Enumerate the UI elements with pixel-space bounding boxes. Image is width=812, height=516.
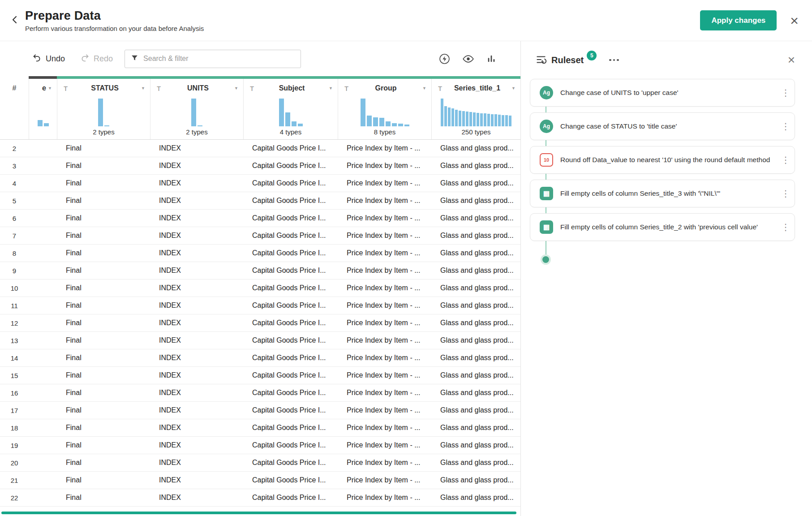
table-cell[interactable]: Glass and glass prod... (431, 371, 520, 379)
column-header-e[interactable]: e▼ (29, 79, 57, 98)
chevron-down-icon[interactable]: ▼ (141, 86, 145, 90)
rule-menu-icon[interactable]: ⋮ (781, 222, 788, 232)
undo-button[interactable]: Undo (32, 53, 65, 64)
table-cell[interactable]: Glass and glass prod... (431, 459, 520, 467)
table-cell[interactable]: INDEX (150, 354, 243, 362)
table-cell[interactable]: INDEX (150, 214, 243, 222)
table-cell[interactable]: Price Index by Item - ... (338, 424, 431, 432)
table-cell[interactable]: Price Index by Item - ... (338, 249, 431, 257)
table-cell[interactable]: Final (57, 371, 150, 379)
table-cell[interactable]: Capital Goods Price I... (243, 441, 338, 449)
table-cell[interactable]: INDEX (150, 162, 243, 170)
table-cell[interactable]: Final (57, 301, 150, 310)
table-cell[interactable]: Final (57, 214, 150, 222)
rule-card[interactable]: ▦Fill empty cells of column Series_title… (530, 213, 795, 241)
table-cell[interactable]: Price Index by Item - ... (338, 267, 431, 275)
table-cell[interactable]: Glass and glass prod... (431, 179, 520, 187)
table-cell[interactable]: Final (57, 336, 150, 344)
table-cell[interactable]: Capital Goods Price I... (243, 197, 338, 205)
table-cell[interactable]: INDEX (150, 406, 243, 414)
table-cell[interactable]: Final (57, 389, 150, 397)
table-cell[interactable]: Price Index by Item - ... (338, 179, 431, 187)
table-cell[interactable]: Capital Goods Price I... (243, 162, 338, 170)
preview-eye-icon[interactable] (462, 53, 474, 65)
table-cell[interactable]: Price Index by Item - ... (338, 144, 431, 152)
chevron-down-icon[interactable]: ▼ (422, 86, 426, 90)
rule-card[interactable]: AgChange case of UNITS to 'upper case'⋮ (530, 79, 795, 107)
table-cell[interactable]: Capital Goods Price I... (243, 476, 338, 484)
table-cell[interactable]: INDEX (150, 319, 243, 327)
table-cell[interactable]: INDEX (150, 459, 243, 467)
table-cell[interactable]: INDEX (150, 284, 243, 292)
table-cell[interactable]: Glass and glass prod... (431, 301, 520, 310)
table-cell[interactable]: Glass and glass prod... (431, 144, 520, 152)
table-cell[interactable]: Capital Goods Price I... (243, 336, 338, 344)
table-cell[interactable]: Capital Goods Price I... (243, 214, 338, 222)
table-cell[interactable]: INDEX (150, 441, 243, 449)
table-cell[interactable]: Glass and glass prod... (431, 354, 520, 362)
table-cell[interactable]: Price Index by Item - ... (338, 459, 431, 467)
table-cell[interactable]: Final (57, 494, 150, 502)
column-header-STATUS[interactable]: TSTATUS▼ (57, 79, 150, 98)
chevron-down-icon[interactable]: ▼ (48, 86, 52, 90)
table-cell[interactable]: Final (57, 249, 150, 257)
table-cell[interactable]: Final (57, 284, 150, 292)
rule-menu-icon[interactable]: ⋮ (781, 188, 788, 199)
table-cell[interactable]: INDEX (150, 197, 243, 205)
table-cell[interactable]: INDEX (150, 232, 243, 240)
table-cell[interactable]: Glass and glass prod... (431, 249, 520, 257)
horizontal-scrollbar[interactable] (1, 512, 516, 514)
table-cell[interactable]: Final (57, 267, 150, 275)
table-cell[interactable]: Capital Goods Price I... (243, 144, 338, 152)
table-cell[interactable]: Capital Goods Price I... (243, 371, 338, 379)
table-cell[interactable]: Capital Goods Price I... (243, 494, 338, 502)
table-cell[interactable]: Price Index by Item - ... (338, 214, 431, 222)
rule-menu-icon[interactable]: ⋮ (781, 155, 788, 165)
table-cell[interactable]: Glass and glass prod... (431, 267, 520, 275)
table-cell[interactable]: Final (57, 459, 150, 467)
table-cell[interactable]: INDEX (150, 301, 243, 310)
table-cell[interactable]: Price Index by Item - ... (338, 197, 431, 205)
table-cell[interactable]: Glass and glass prod... (431, 319, 520, 327)
table-cell[interactable]: INDEX (150, 249, 243, 257)
table-cell[interactable]: Price Index by Item - ... (338, 476, 431, 484)
table-cell[interactable]: Glass and glass prod... (431, 424, 520, 432)
table-cell[interactable]: INDEX (150, 179, 243, 187)
table-cell[interactable]: INDEX (150, 424, 243, 432)
table-cell[interactable]: Glass and glass prod... (431, 406, 520, 414)
table-cell[interactable]: Glass and glass prod... (431, 284, 520, 292)
search-input[interactable] (143, 55, 295, 63)
table-cell[interactable]: INDEX (150, 336, 243, 344)
table-cell[interactable]: Glass and glass prod... (431, 232, 520, 240)
rule-card[interactable]: AgChange case of STATUS to 'title case'⋮ (530, 112, 795, 140)
table-cell[interactable]: INDEX (150, 476, 243, 484)
apply-changes-button[interactable]: Apply changes (700, 10, 777, 30)
table-cell[interactable]: Capital Goods Price I... (243, 232, 338, 240)
table-cell[interactable]: Final (57, 197, 150, 205)
table-cell[interactable]: INDEX (150, 267, 243, 275)
redo-button[interactable]: Redo (80, 53, 113, 64)
table-cell[interactable]: INDEX (150, 494, 243, 502)
table-cell[interactable]: Price Index by Item - ... (338, 284, 431, 292)
table-cell[interactable]: Final (57, 476, 150, 484)
table-cell[interactable]: Glass and glass prod... (431, 441, 520, 449)
rule-card[interactable]: 10Round off Data_value to nearest '10' u… (530, 146, 795, 174)
table-cell[interactable]: Capital Goods Price I... (243, 284, 338, 292)
table-cell[interactable]: Final (57, 354, 150, 362)
table-cell[interactable]: Capital Goods Price I... (243, 249, 338, 257)
table-cell[interactable]: Final (57, 162, 150, 170)
table-cell[interactable]: Capital Goods Price I... (243, 389, 338, 397)
rule-menu-icon[interactable]: ⋮ (781, 121, 788, 132)
table-cell[interactable]: Price Index by Item - ... (338, 441, 431, 449)
table-cell[interactable]: Final (57, 179, 150, 187)
table-cell[interactable]: Glass and glass prod... (431, 214, 520, 222)
table-cell[interactable]: Final (57, 441, 150, 449)
table-cell[interactable]: Capital Goods Price I... (243, 424, 338, 432)
table-cell[interactable]: Final (57, 144, 150, 152)
table-cell[interactable]: Price Index by Item - ... (338, 494, 431, 502)
table-cell[interactable]: Price Index by Item - ... (338, 406, 431, 414)
close-icon[interactable]: × (790, 13, 799, 28)
table-cell[interactable]: Price Index by Item - ... (338, 336, 431, 344)
table-cell[interactable]: Capital Goods Price I... (243, 179, 338, 187)
table-cell[interactable]: Price Index by Item - ... (338, 232, 431, 240)
